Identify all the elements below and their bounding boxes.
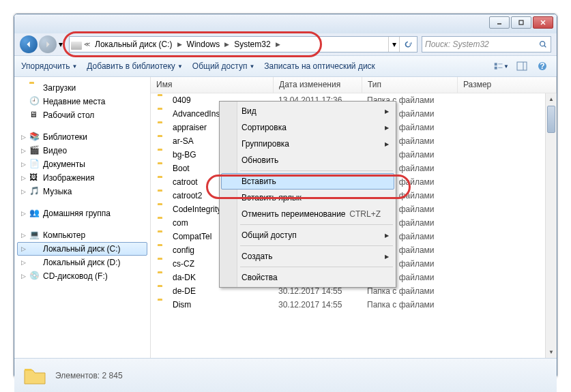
address-dropdown[interactable]: ▾ (388, 37, 399, 52)
desktop-icon: 🖥 (29, 110, 40, 121)
scroll-up-button[interactable]: ▲ (546, 93, 557, 105)
sidebar-item-cdrom[interactable]: ▷💿CD-дисковод (F:) (17, 269, 147, 283)
nav-history-dropdown[interactable]: ▾ (57, 37, 65, 51)
music-icon: 🎵 (29, 186, 40, 197)
cdrom-icon: 💿 (29, 271, 40, 282)
sidebar: Загрузки 🕘Недавние места 🖥Рабочий стол ▷… (14, 77, 151, 358)
body: Загрузки 🕘Недавние места 🖥Рабочий стол ▷… (14, 77, 557, 358)
explorer-window: ▾ ≪ Локальный диск (C:) ▶ Windows ▶ Syst… (14, 14, 557, 378)
menu-group[interactable]: Группировка (221, 136, 394, 152)
toolbar: Упорядочить▼ Добавить в библиотеку▼ Общи… (14, 55, 557, 77)
scroll-thumb[interactable] (547, 106, 555, 133)
status-count: Элементов: 2 845 (55, 371, 123, 380)
sidebar-item-desktop[interactable]: 🖥Рабочий стол (17, 108, 147, 122)
sidebar-item-disk-c[interactable]: ▷Локальный диск (C:) (17, 242, 147, 256)
col-date[interactable]: Дата изменения (274, 77, 362, 93)
file-type: Папка с файлами (367, 286, 469, 296)
svg-text:?: ? (540, 61, 544, 71)
sidebar-item-computer[interactable]: ▷💻Компьютер (17, 228, 147, 242)
table-row[interactable]: Dism30.12.2017 14:55Папка с файлами (151, 298, 557, 312)
scroll-down-button[interactable]: ▼ (546, 346, 557, 358)
sidebar-item-homegroup[interactable]: ▷👥Домашняя группа (17, 207, 147, 220)
svg-point-4 (540, 42, 545, 46)
chevron-right-icon[interactable]: ▶ (175, 41, 184, 48)
col-size[interactable]: Размер (458, 77, 557, 93)
col-type[interactable]: Тип (362, 77, 458, 93)
sidebar-item-libraries[interactable]: ▷📚Библиотеки (17, 130, 147, 144)
sidebar-item-downloads[interactable]: Загрузки (17, 81, 147, 95)
file-name: de-DE (173, 286, 278, 296)
search-placeholder: Поиск: System32 (425, 40, 489, 49)
svg-rect-1 (519, 20, 523, 25)
file-date: 30.12.2017 14:55 (278, 300, 367, 310)
col-name[interactable]: Имя (151, 77, 274, 93)
menu-create[interactable]: Создать (221, 248, 394, 265)
chevron-icon[interactable]: ≪ (82, 41, 92, 48)
vertical-scrollbar[interactable]: ▲ ▼ (545, 93, 557, 358)
drive-icon (71, 39, 82, 50)
sidebar-item-documents[interactable]: ▷📄Документы (17, 157, 147, 171)
view-mode-button[interactable]: ▼ (494, 59, 509, 74)
back-button[interactable] (20, 35, 38, 53)
menu-undo-rename[interactable]: Отменить переименованиеCTRL+Z (221, 206, 394, 222)
maximize-button[interactable] (511, 16, 531, 29)
homegroup-icon: 👥 (29, 208, 40, 219)
sidebar-item-disk-d[interactable]: ▷Локальный диск (D:) (17, 256, 147, 269)
share-menu[interactable]: Общий доступ▼ (192, 61, 255, 71)
documents-icon: 📄 (29, 159, 40, 170)
breadcrumb-system32[interactable]: System32 (231, 37, 273, 51)
file-date: 30.12.2017 14:55 (278, 286, 367, 296)
refresh-button[interactable] (399, 37, 415, 52)
search-input[interactable]: Поиск: System32 (422, 36, 551, 52)
breadcrumb-windows[interactable]: Windows (184, 37, 223, 51)
folder-icon (23, 363, 47, 388)
organize-menu[interactable]: Упорядочить▼ (21, 61, 77, 71)
svg-rect-10 (517, 62, 527, 70)
file-pane[interactable]: Имя Дата изменения Тип Размер 040913.04.… (151, 77, 557, 358)
menu-paste[interactable]: Вставить (221, 173, 394, 190)
burn-button[interactable]: Записать на оптический диск (264, 61, 375, 71)
libraries-icon: 📚 (29, 132, 40, 142)
context-menu: Вид Сортировка Группировка Обновить Вста… (219, 101, 396, 288)
svg-rect-6 (495, 63, 497, 65)
menu-share[interactable]: Общий доступ (221, 227, 394, 243)
address-bar[interactable]: ≪ Локальный диск (C:) ▶ Windows ▶ System… (69, 36, 418, 52)
nav-row: ▾ ≪ Локальный диск (C:) ▶ Windows ▶ Syst… (14, 33, 557, 55)
chevron-right-icon[interactable]: ▶ (274, 41, 282, 48)
breadcrumb-disk[interactable]: Локальный диск (C:) (92, 37, 175, 51)
file-name: Dism (173, 300, 278, 310)
column-headers: Имя Дата изменения Тип Размер (151, 77, 557, 93)
svg-rect-7 (495, 67, 497, 70)
sidebar-item-pictures[interactable]: ▷🖼Изображения (17, 171, 147, 185)
menu-paste-shortcut[interactable]: Вставить ярлык (221, 190, 394, 206)
close-button[interactable] (533, 16, 553, 29)
titlebar (14, 14, 557, 33)
help-button[interactable]: ? (535, 59, 550, 74)
chevron-right-icon[interactable]: ▶ (222, 41, 231, 48)
pictures-icon: 🖼 (29, 172, 40, 183)
file-type: Папка с файлами (367, 300, 469, 310)
menu-refresh[interactable]: Обновить (221, 152, 394, 168)
sidebar-item-recent[interactable]: 🕘Недавние места (17, 95, 147, 108)
sidebar-item-music[interactable]: ▷🎵Музыка (17, 185, 147, 198)
minimize-button[interactable] (489, 16, 510, 29)
svg-line-5 (544, 46, 546, 48)
video-icon: 🎬 (29, 145, 40, 156)
recent-icon: 🕘 (29, 96, 40, 107)
computer-icon: 💻 (29, 230, 40, 241)
menu-properties[interactable]: Свойства (221, 269, 394, 286)
preview-pane-button[interactable] (514, 59, 529, 74)
menu-sort[interactable]: Сортировка (221, 119, 394, 136)
add-library-menu[interactable]: Добавить в библиотеку▼ (87, 61, 182, 71)
statusbar: Элементов: 2 845 (14, 358, 557, 392)
search-icon (538, 40, 548, 49)
sidebar-item-video[interactable]: ▷🎬Видео (17, 144, 147, 157)
menu-view[interactable]: Вид (221, 103, 394, 119)
forward-button[interactable] (39, 35, 57, 53)
